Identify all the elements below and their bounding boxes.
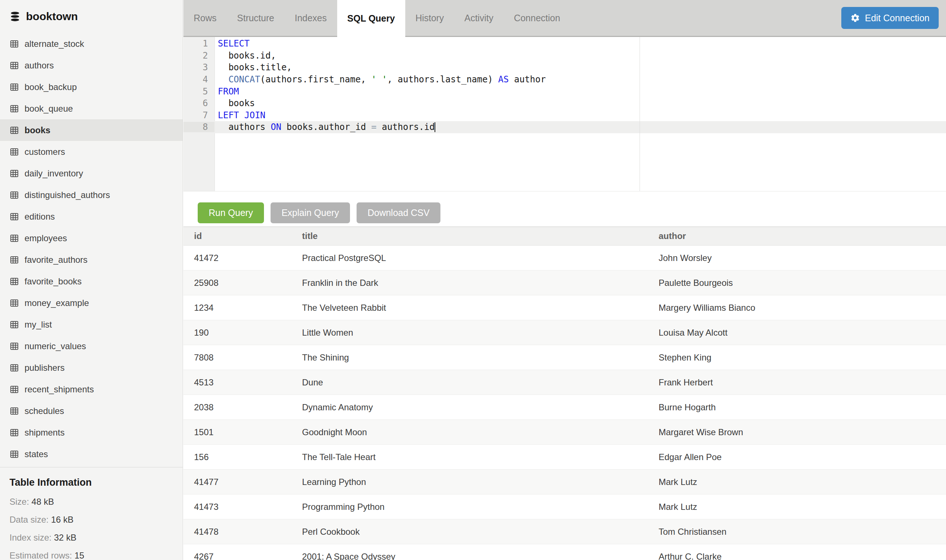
info-label: Estimated rows: — [9, 551, 72, 560]
code-text: CONCAT(authors.first_name, ' ', authors.… — [215, 74, 546, 85]
table-icon — [9, 61, 19, 70]
table-item-label: books — [25, 125, 51, 135]
line-number: 7 — [183, 110, 215, 120]
sidebar-item-distinguished_authors[interactable]: distinguished_authors — [0, 184, 183, 206]
line-number: 4 — [183, 74, 215, 85]
cell-id: 7808 — [183, 345, 291, 370]
cell-id: 4513 — [183, 370, 291, 395]
sidebar-item-recent_shipments[interactable]: recent_shipments — [0, 378, 183, 400]
table-item-label: schedules — [25, 406, 64, 416]
tab-rows[interactable]: Rows — [183, 0, 227, 36]
table-information-rows: Size: 48 kBData size: 16 kBIndex size: 3… — [9, 497, 173, 560]
table-item-label: employees — [25, 233, 67, 243]
code-line-3: 3 books.title, — [183, 62, 946, 74]
info-value: 15 — [74, 551, 84, 560]
cell-id: 41472 — [183, 246, 291, 271]
database-name: booktown — [26, 10, 78, 23]
sidebar-item-books[interactable]: books — [0, 119, 183, 141]
info-value: 48 kB — [31, 497, 54, 506]
sidebar-item-book_backup[interactable]: book_backup — [0, 76, 183, 98]
cell-title: The Shining — [291, 345, 648, 370]
cell-id: 190 — [183, 320, 291, 345]
info-row: Index size: 32 kB — [9, 533, 173, 542]
table-icon — [9, 82, 19, 92]
sidebar-item-alternate_stock[interactable]: alternate_stock — [0, 33, 183, 55]
sidebar-item-authors[interactable]: authors — [0, 55, 183, 76]
explain-query-button[interactable]: Explain Query — [271, 202, 350, 223]
table-item-label: my_list — [25, 320, 52, 330]
table-icon — [9, 385, 19, 394]
download-csv-button[interactable]: Download CSV — [357, 202, 441, 223]
cell-author: Margaret Wise Brown — [648, 420, 946, 445]
cell-title: Goodnight Moon — [291, 420, 648, 445]
table-icon — [9, 363, 19, 372]
column-header-author: author — [648, 227, 946, 246]
table-item-label: numeric_values — [25, 341, 86, 351]
sidebar-item-publishers[interactable]: publishers — [0, 357, 183, 378]
table-icon — [9, 104, 19, 114]
sidebar-item-editions[interactable]: editions — [0, 206, 183, 227]
run-query-button[interactable]: Run Query — [198, 202, 264, 223]
tab-activity[interactable]: Activity — [454, 0, 503, 36]
cell-title: Dynamic Anatomy — [291, 395, 648, 420]
sidebar-item-employees[interactable]: employees — [0, 227, 183, 249]
info-value: 16 kB — [51, 515, 73, 525]
database-header: booktown — [0, 0, 183, 33]
sidebar-item-my_list[interactable]: my_list — [0, 314, 183, 335]
editor-split-divider[interactable] — [640, 37, 640, 191]
cell-author: Arthur C. Clarke — [648, 544, 946, 560]
cell-author: Mark Lutz — [648, 469, 946, 494]
sidebar-item-shipments[interactable]: shipments — [0, 422, 183, 443]
code-text: books — [215, 98, 255, 108]
sidebar-item-book_queue[interactable]: book_queue — [0, 98, 183, 119]
table-item-label: states — [25, 449, 48, 459]
tab-history[interactable]: History — [405, 0, 454, 36]
line-number: 3 — [183, 62, 215, 72]
table-icon — [9, 234, 19, 243]
table-item-label: daily_inventory — [25, 168, 83, 178]
cell-id: 4267 — [183, 544, 291, 560]
table-row: 41478Perl CookbookTom Christiansen — [183, 519, 946, 544]
cell-title: 2001: A Space Odyssey — [291, 544, 648, 560]
sidebar-item-favorite_authors[interactable]: favorite_authors — [0, 249, 183, 271]
sql-editor[interactable]: 1SELECT2 books.id,3 books.title,4 CONCAT… — [183, 37, 946, 191]
code-text: LEFT JOIN — [215, 110, 265, 120]
sidebar-item-states[interactable]: states — [0, 443, 183, 465]
info-label: Size: — [9, 497, 29, 506]
table-icon — [9, 190, 19, 200]
sidebar-item-favorite_books[interactable]: favorite_books — [0, 271, 183, 292]
tab-indexes[interactable]: Indexes — [285, 0, 337, 36]
sidebar-item-money_example[interactable]: money_example — [0, 292, 183, 314]
edit-connection-button[interactable]: Edit Connection — [841, 7, 939, 29]
sidebar-item-schedules[interactable]: schedules — [0, 400, 183, 422]
info-label: Data size: — [9, 515, 49, 525]
tab-connection[interactable]: Connection — [504, 0, 571, 36]
table-icon — [9, 126, 19, 135]
sidebar-item-customers[interactable]: customers — [0, 141, 183, 163]
cell-id: 41477 — [183, 469, 291, 494]
line-number: 8 — [183, 122, 215, 132]
table-item-label: money_example — [25, 298, 89, 308]
sidebar-item-numeric_values[interactable]: numeric_values — [0, 335, 183, 357]
cell-title: The Velveteen Rabbit — [291, 295, 648, 320]
info-row: Estimated rows: 15 — [9, 551, 173, 560]
cell-author: Mark Lutz — [648, 494, 946, 519]
cell-author: Margery Williams Bianco — [648, 295, 946, 320]
table-item-label: book_backup — [25, 82, 77, 92]
info-value: 32 kB — [54, 532, 76, 542]
cell-title: Little Women — [291, 320, 648, 345]
line-number: 6 — [183, 98, 215, 108]
tab-structure[interactable]: Structure — [227, 0, 285, 36]
cell-author: Tom Christiansen — [648, 519, 946, 544]
table-item-label: authors — [25, 60, 54, 71]
cell-author: Louisa May Alcott — [648, 320, 946, 345]
code-line-5: 5FROM — [183, 85, 946, 97]
table-row: 190Little WomenLouisa May Alcott — [183, 320, 946, 345]
column-header-title: title — [291, 227, 648, 246]
code-text: books.id, — [215, 51, 276, 61]
table-icon — [9, 147, 19, 157]
code-text: SELECT — [215, 38, 250, 49]
tab-sql-query[interactable]: SQL Query — [337, 0, 405, 37]
table-icon — [9, 298, 19, 308]
sidebar-item-daily_inventory[interactable]: daily_inventory — [0, 163, 183, 184]
